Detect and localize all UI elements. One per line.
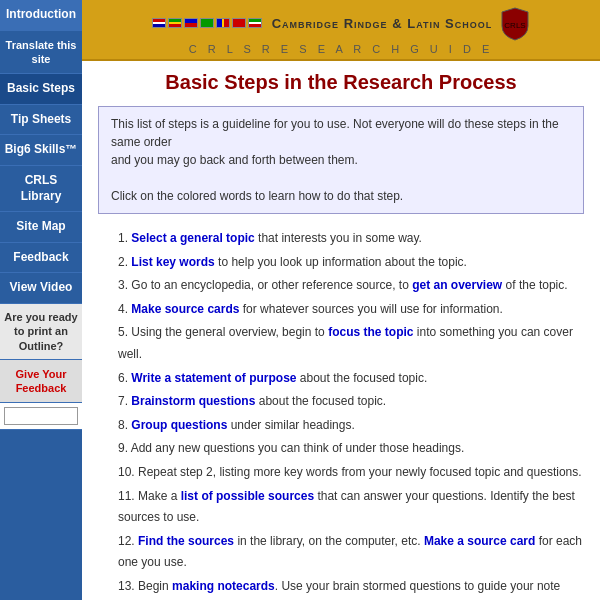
link-find-the-sources[interactable]: Find the sources xyxy=(138,534,234,548)
step-9: 9. Add any new questions you can think o… xyxy=(118,438,584,460)
link-get-an-overview[interactable]: get an overview xyxy=(412,278,502,292)
sidebar: Introduction Translate this site Basic S… xyxy=(0,0,82,600)
sidebar-item-feedback[interactable]: Feedback xyxy=(0,243,82,274)
step-10: 10. Repeat step 2, listing more key word… xyxy=(118,462,584,484)
flag-5 xyxy=(216,18,230,28)
flag-2 xyxy=(168,18,182,28)
flag-7 xyxy=(248,18,262,28)
step-12: 12. Find the sources in the library, on … xyxy=(118,531,584,574)
flag-6 xyxy=(232,18,246,28)
step-5: 5. Using the general overview, begin to … xyxy=(118,322,584,365)
sidebar-item-site-map[interactable]: Site Map xyxy=(0,212,82,243)
step-11: 11. Make a list of possible sources that… xyxy=(118,486,584,529)
link-brainstorm-questions[interactable]: Brainstorm questions xyxy=(131,394,255,408)
flag-strip xyxy=(152,18,262,28)
sidebar-item-introduction[interactable]: Introduction xyxy=(0,0,82,31)
info-box: This list of steps is a guideline for yo… xyxy=(98,106,584,214)
sidebar-feedback-input-area xyxy=(0,403,82,430)
flag-3 xyxy=(184,18,198,28)
school-name: Cambridge Rindge & Latin School xyxy=(272,16,493,31)
sidebar-item-basic-steps[interactable]: Basic Steps xyxy=(0,74,82,105)
link-select-general-topic[interactable]: Select a general topic xyxy=(131,231,254,245)
guide-text: C R L S R E S E A R C H G U I D E xyxy=(189,43,494,55)
shield-icon: CRLS xyxy=(500,6,530,41)
link-write-statement-of-purpose[interactable]: Write a statement of purpose xyxy=(131,371,296,385)
link-list-of-possible-sources[interactable]: list of possible sources xyxy=(181,489,314,503)
main-area: Cambridge Rindge & Latin School CRLS C R… xyxy=(82,0,600,600)
feedback-input[interactable] xyxy=(4,407,78,425)
flag-4 xyxy=(200,18,214,28)
step-1: 1. Select a general topic that interests… xyxy=(118,228,584,250)
step-8: 8. Group questions under similar heading… xyxy=(118,415,584,437)
link-making-notecards[interactable]: making notecards xyxy=(172,579,275,593)
link-make-a-source-card[interactable]: Make a source card xyxy=(424,534,535,548)
logo-area: Cambridge Rindge & Latin School CRLS xyxy=(272,6,531,41)
link-make-source-cards[interactable]: Make source cards xyxy=(131,302,239,316)
content-area: Basic Steps in the Research Process This… xyxy=(82,61,600,600)
step-4: 4. Make source cards for whatever source… xyxy=(118,299,584,321)
sidebar-item-translate[interactable]: Translate this site xyxy=(0,31,82,75)
step-2: 2. List key words to help you look up in… xyxy=(118,252,584,274)
svg-text:CRLS: CRLS xyxy=(505,21,526,30)
step-6: 6. Write a statement of purpose about th… xyxy=(118,368,584,390)
step-7: 7. Brainstorm questions about the focuse… xyxy=(118,391,584,413)
header: Cambridge Rindge & Latin School CRLS C R… xyxy=(82,0,600,61)
page-title: Basic Steps in the Research Process xyxy=(98,71,584,94)
sidebar-item-big6[interactable]: Big6 Skills™ xyxy=(0,135,82,166)
header-top: Cambridge Rindge & Latin School CRLS xyxy=(152,6,531,41)
flag-1 xyxy=(152,18,166,28)
sidebar-item-tip-sheets[interactable]: Tip Sheets xyxy=(0,105,82,136)
step-3: 3. Go to an encyclopedia, or other refer… xyxy=(118,275,584,297)
sidebar-item-give-feedback[interactable]: Give Your Feedback xyxy=(0,360,82,404)
steps-list: 1. Select a general topic that interests… xyxy=(98,228,584,600)
link-list-key-words[interactable]: List key words xyxy=(131,255,214,269)
step-13: 13. Begin making notecards. Use your bra… xyxy=(118,576,584,600)
sidebar-item-view-video[interactable]: View Video xyxy=(0,273,82,304)
link-group-questions[interactable]: Group questions xyxy=(131,418,227,432)
link-focus-the-topic[interactable]: focus the topic xyxy=(328,325,413,339)
sidebar-item-crls-library[interactable]: CRLS Library xyxy=(0,166,82,212)
sidebar-item-outline[interactable]: Are you ready to print an Outline? xyxy=(0,304,82,360)
